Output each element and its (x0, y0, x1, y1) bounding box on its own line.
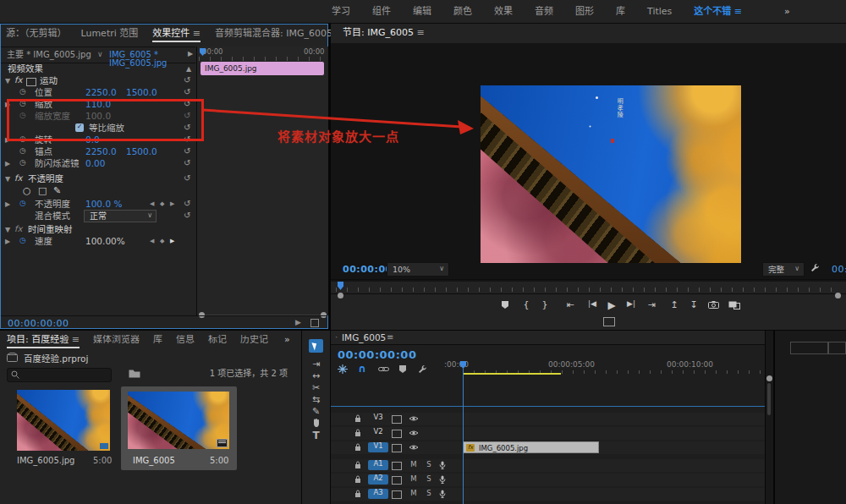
stopwatch-icon[interactable]: ◷ (19, 88, 26, 96)
goto-in-icon[interactable]: ⇤ (563, 300, 578, 310)
tab-effect-controls[interactable]: 效果控件 ≡ (152, 29, 201, 42)
position-x-value[interactable]: 2250.0 (85, 88, 117, 97)
play-around-icon[interactable]: ▶ (295, 319, 301, 326)
opacity-value[interactable]: 100.0 % (85, 200, 122, 209)
reset-icon[interactable]: ↺ (184, 200, 190, 208)
panel-menu-icon[interactable]: ≡ (193, 28, 201, 39)
program-preview-image[interactable]: 明孝陵 (481, 85, 741, 263)
prev-keyframe-icon[interactable]: ◀ (150, 201, 154, 207)
add-marker-icon[interactable] (398, 364, 407, 374)
workspace-overflow-icon[interactable]: » (784, 7, 790, 16)
program-tab[interactable]: 节目: IMG_6005 ≡ (343, 28, 425, 40)
wrench-icon[interactable] (810, 263, 820, 273)
track-name[interactable]: V3 (368, 414, 388, 424)
track-name[interactable]: A2 (368, 474, 388, 485)
settings-toggle-icon[interactable] (603, 317, 615, 326)
project-item-name[interactable]: IMG_6005.jpg (17, 457, 74, 465)
tab-info[interactable]: 信息 (176, 335, 195, 348)
mute-button[interactable]: M (409, 475, 419, 485)
ec-row-speed[interactable]: ▶ ◷ 速度 100.00% ◀ ◆ ▶ (1, 236, 197, 248)
track-name[interactable]: V2 (368, 428, 388, 438)
fx-icon[interactable]: fx (14, 76, 22, 85)
sync-lock-icon[interactable] (392, 444, 402, 452)
fx-icon[interactable]: fx (14, 225, 22, 233)
chevron-down-icon[interactable]: ∨ (97, 51, 103, 58)
export-frame-icon[interactable] (706, 301, 720, 309)
play-button[interactable]: ▶ (605, 300, 618, 310)
comparison-view-icon[interactable] (727, 301, 742, 310)
workspace-tab-color[interactable]: 颜色 (453, 7, 472, 16)
razor-tool[interactable]: ✂ (302, 383, 330, 392)
mic-icon[interactable] (439, 461, 446, 470)
marker-icon[interactable] (498, 300, 512, 310)
antiflicker-value[interactable]: 0.00 (85, 159, 105, 168)
timeline-playhead-line[interactable] (463, 368, 464, 504)
lock-icon[interactable] (354, 490, 361, 498)
tab-project[interactable]: 项目: 百度经验 ≡ (7, 335, 80, 348)
type-tool[interactable]: T (302, 430, 330, 441)
ec-clip-bar[interactable]: IMG_6005.jpg (201, 62, 324, 75)
lock-icon[interactable] (354, 414, 361, 423)
project-file-name[interactable]: 百度经验.prproj (24, 354, 88, 364)
track-name[interactable]: V1 (368, 442, 388, 452)
reset-icon[interactable]: ↺ (184, 159, 190, 167)
stopwatch-icon-active[interactable]: ◷ (19, 200, 26, 207)
eye-icon[interactable] (409, 430, 419, 436)
workspace-tab-edit[interactable]: 编辑 (413, 7, 431, 16)
timeline-timecode[interactable]: 00:00:00:00 (338, 349, 416, 360)
ec-row-opacity[interactable]: ▶ ◷ 不透明度 100.0 % ◀ ◆ ▶ ↺ (1, 199, 197, 211)
timeline-vscroll-handle[interactable] (766, 375, 772, 381)
reset-icon[interactable]: ↺ (184, 211, 190, 220)
ec-timecode[interactable]: 00:00:00:00 (8, 319, 69, 328)
goto-out-icon[interactable]: ⇥ (644, 300, 659, 310)
menu-icon[interactable]: ≡ (734, 6, 742, 17)
workspace-tab-assembly[interactable]: 组件 (372, 7, 391, 16)
fx-icon[interactable]: fx (14, 174, 22, 183)
rect-mask-icon[interactable]: □ (38, 186, 47, 195)
linked-selection-icon[interactable] (378, 365, 389, 373)
mark-out-icon[interactable]: } (539, 300, 551, 310)
master-clip-label[interactable]: 主要 * IMG_6005.jpg (7, 51, 91, 59)
hand-tool[interactable] (302, 418, 330, 427)
solo-button[interactable]: S (424, 475, 434, 485)
snap-magnet-icon[interactable]: ∩ (358, 364, 366, 374)
sync-lock-icon[interactable] (392, 462, 402, 470)
reset-icon[interactable]: ↺ (184, 88, 190, 96)
step-forward-icon[interactable]: ▶| (624, 300, 639, 308)
tab-media-browser[interactable]: 媒体浏览器 (93, 335, 140, 348)
track-row-v3[interactable]: V3 (331, 413, 765, 425)
slip-tool[interactable]: ⇆ (302, 395, 330, 404)
work-area-bar[interactable] (463, 373, 561, 375)
tab-lumetri[interactable]: Lumetri 范围 (81, 29, 139, 42)
workspace-tab-learn[interactable]: 学习 (332, 7, 350, 16)
ec-row-anchor[interactable]: ◷ 锚点 2250.0 1500.0 ↺ (1, 146, 197, 158)
sequence-tab[interactable]: IMG_6005 (342, 333, 386, 342)
lock-icon[interactable] (354, 429, 361, 437)
stopwatch-icon[interactable]: ◷ (19, 159, 26, 167)
eye-icon[interactable] (409, 444, 419, 451)
ellipse-mask-icon[interactable]: ○ (23, 186, 31, 195)
sync-lock-icon[interactable] (392, 476, 402, 485)
zoom-level-dropdown[interactable]: 10% ∨ (387, 262, 449, 277)
panel-menu-icon[interactable]: ≡ (416, 27, 424, 38)
track-name[interactable]: A3 (368, 489, 388, 499)
track-row-a3[interactable]: A3 M S (331, 488, 765, 501)
project-item-thumbnail[interactable] (128, 392, 229, 449)
stopwatch-icon-active[interactable]: ◷ (19, 237, 26, 244)
track-row-a1[interactable]: A1 M S (331, 459, 765, 472)
mic-icon[interactable] (439, 490, 446, 499)
solo-button[interactable]: S (424, 490, 434, 499)
collapse-icon[interactable]: ▲ (186, 66, 191, 73)
track-row-v2[interactable]: V2 (331, 427, 765, 440)
mute-button[interactable]: M (409, 490, 419, 499)
next-keyframe-icon[interactable]: ▶ (170, 238, 174, 244)
tab-libraries[interactable]: 库 (153, 335, 162, 348)
eye-icon[interactable] (409, 415, 419, 422)
twirl-open-icon[interactable]: ▶ (4, 227, 11, 233)
track-row-a2[interactable]: A2 M S (331, 474, 765, 486)
stopwatch-icon[interactable]: ◷ (19, 147, 26, 155)
anchor-y-value[interactable]: 1500.0 (126, 147, 157, 156)
tab-audio-mixer[interactable]: 音频剪辑混合器: IMG_6005 (215, 29, 332, 42)
mark-in-icon[interactable]: { (520, 300, 532, 310)
twirl-closed-icon[interactable]: ▶ (5, 201, 10, 208)
